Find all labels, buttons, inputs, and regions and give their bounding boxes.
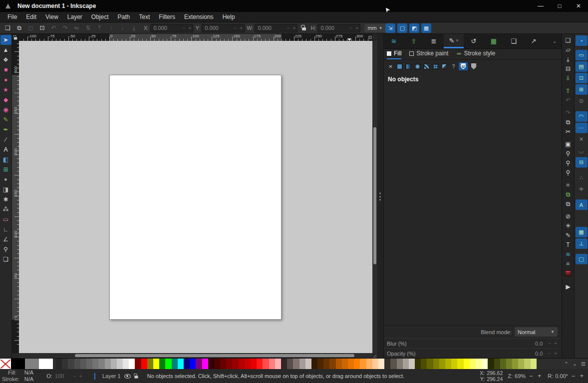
- snap-nodes-toggle[interactable]: ◠: [576, 111, 588, 122]
- opacity-decrement[interactable]: −: [547, 351, 553, 356]
- minimize-button[interactable]: —: [531, 0, 550, 12]
- document-page[interactable]: [109, 75, 282, 320]
- palette-swatch[interactable]: [293, 359, 299, 370]
- paint-flat-button[interactable]: [396, 63, 403, 70]
- paint-swatch-button[interactable]: [441, 63, 448, 70]
- xml-editor-button[interactable]: ⌗: [563, 259, 574, 268]
- flip-horizontal-button[interactable]: ⇋: [71, 23, 82, 33]
- palette-swatch[interactable]: [397, 359, 403, 370]
- select-touch-button[interactable]: ⊡: [37, 23, 47, 33]
- paint-pattern-button[interactable]: [423, 63, 430, 70]
- pencil-tool[interactable]: ✎: [0, 115, 11, 125]
- palette-swatch[interactable]: [208, 359, 214, 370]
- palette-swatch[interactable]: [190, 359, 196, 370]
- zoom-out-button[interactable]: −: [528, 373, 534, 380]
- palette-swatch[interactable]: [524, 359, 530, 370]
- tab-fill-stroke-dialog[interactable]: ✎×: [444, 34, 464, 48]
- horizontal-scrollbar[interactable]: [19, 353, 372, 358]
- tab-align-distribute-dialog[interactable]: ≣: [424, 34, 444, 48]
- snap-line-midpoints-toggle[interactable]: ⊟: [576, 157, 588, 168]
- lower-button[interactable]: ↓: [117, 23, 128, 33]
- y-input[interactable]: 0.000−+: [202, 24, 245, 32]
- palette-swatch[interactable]: [257, 359, 263, 370]
- text-tool[interactable]: A: [0, 145, 11, 155]
- palette-swatch[interactable]: [220, 359, 226, 370]
- w-input[interactable]: 0.000−+: [255, 24, 297, 32]
- shape-builder-tool[interactable]: ❖: [0, 55, 11, 65]
- palette-swatch[interactable]: [317, 359, 323, 370]
- fill-stroke-indicator[interactable]: Fill: N/A Stroke: N/A: [0, 370, 33, 383]
- palette-swatch[interactable]: [153, 359, 159, 370]
- palette-swatch[interactable]: [269, 359, 275, 370]
- tab-undo-history-dialog[interactable]: ↺: [464, 34, 484, 48]
- blend-mode-dropdown[interactable]: Normal▼: [515, 327, 558, 337]
- eraser-tool[interactable]: ▭: [0, 214, 11, 224]
- rotate-cw-button[interactable]: +: [579, 373, 585, 380]
- blur-slider-row[interactable]: Blur (%) 0.0 − +: [384, 338, 562, 348]
- palette-swatch[interactable]: [299, 359, 305, 370]
- x-decrement[interactable]: −: [181, 25, 187, 31]
- palette-swatch[interactable]: [196, 359, 202, 370]
- palette-swatch[interactable]: [439, 359, 445, 370]
- vertical-scrollbar-thumb[interactable]: [373, 127, 376, 264]
- cut-button[interactable]: ✂: [563, 127, 574, 136]
- tab-stroke-paint[interactable]: Stroke paint: [409, 50, 448, 59]
- opacity-field[interactable]: 100: [55, 373, 72, 379]
- lock-ratio-toggle[interactable]: [299, 23, 308, 32]
- palette-swatch[interactable]: [390, 359, 396, 370]
- horizontal-scrollbar-thumb[interactable]: [75, 354, 354, 357]
- vertical-ruler[interactable]: 050100150200250300: [12, 41, 19, 353]
- palette-swatch[interactable]: [531, 359, 537, 370]
- palette-swatch[interactable]: [329, 359, 335, 370]
- snap-bbox-edges-toggle[interactable]: ▤: [576, 61, 588, 72]
- zoom-selection-button[interactable]: ⚲: [563, 149, 574, 158]
- snap-cusp-nodes-toggle[interactable]: ✕: [576, 134, 588, 145]
- palette-swatch[interactable]: [39, 359, 53, 370]
- menu-extensions[interactable]: Extensions: [180, 12, 218, 21]
- blur-increment[interactable]: +: [553, 341, 559, 346]
- close-button[interactable]: ✕: [569, 0, 588, 12]
- print-button[interactable]: ⊟: [563, 64, 574, 73]
- h-increment[interactable]: +: [354, 25, 360, 31]
- rotate-ccw-button[interactable]: ↶: [48, 23, 59, 33]
- select-all-layers-button[interactable]: ⧉: [14, 23, 24, 33]
- menu-help[interactable]: Help: [218, 12, 240, 21]
- paint-none-button[interactable]: ✕: [387, 63, 394, 70]
- palette-swatch[interactable]: [214, 359, 220, 370]
- layer-name[interactable]: Layer 1: [102, 373, 121, 379]
- fill-rule-nonzero-button[interactable]: [469, 62, 478, 70]
- palette-swatch[interactable]: [378, 359, 384, 370]
- palette-swatch[interactable]: [117, 359, 123, 370]
- horizontal-ruler[interactable]: ⊡ -100-75-50-250255075100125150175200225…: [19, 34, 372, 41]
- palette-swatch[interactable]: [305, 359, 311, 370]
- w-decrement[interactable]: −: [286, 25, 292, 31]
- expand-commands-button[interactable]: ▶: [563, 282, 574, 291]
- palette-swatch[interactable]: [421, 359, 427, 370]
- close-dialog-icon[interactable]: ×: [456, 38, 458, 43]
- palette-swatch[interactable]: [451, 359, 457, 370]
- palette-swatch[interactable]: [251, 359, 257, 370]
- snap-bbox-corners-toggle[interactable]: ⊡: [576, 73, 588, 83]
- palette-swatch[interactable]: [141, 359, 147, 370]
- snap-grid-toggle[interactable]: ▦: [576, 227, 588, 237]
- layers-dialog-button[interactable]: ≋: [563, 249, 574, 259]
- deselect-button[interactable]: ◻: [25, 23, 36, 33]
- zoom-value[interactable]: 69%: [515, 373, 526, 379]
- connector-tool[interactable]: ∟: [0, 224, 11, 234]
- opacity-decrement[interactable]: −: [72, 374, 78, 379]
- copy-button[interactable]: ⧉: [563, 117, 574, 127]
- palette-swatch[interactable]: [245, 359, 251, 370]
- palette-swatch[interactable]: [323, 359, 329, 370]
- palette-swatch[interactable]: [111, 359, 117, 370]
- palette-swatch[interactable]: [263, 359, 269, 370]
- box-3d-tool[interactable]: ◆: [0, 95, 11, 105]
- h-decrement[interactable]: −: [348, 25, 354, 31]
- spray-tool[interactable]: ⁂: [0, 204, 11, 214]
- tab-document-properties-dialog[interactable]: ❏: [504, 34, 524, 48]
- palette-swatch[interactable]: [147, 359, 153, 370]
- palette-swatch[interactable]: [74, 359, 80, 370]
- x-input[interactable]: 0.000−+: [150, 24, 193, 32]
- y-decrement[interactable]: −: [233, 25, 239, 31]
- palette-swatch[interactable]: [86, 359, 92, 370]
- palette-swatch[interactable]: [354, 359, 360, 370]
